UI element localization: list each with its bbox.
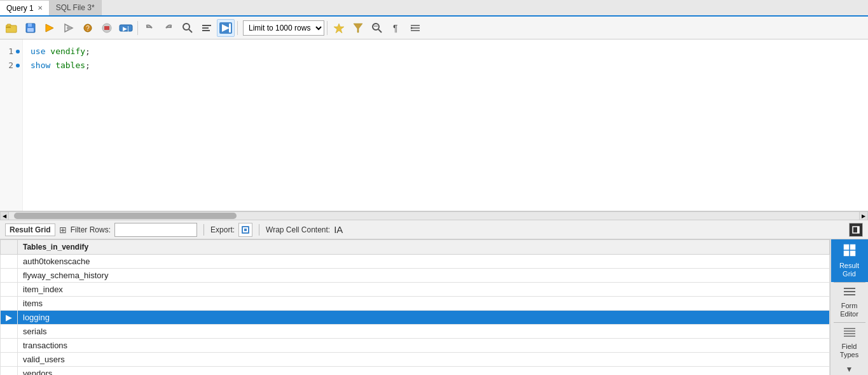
code-content[interactable]: use vendify; show tables;: [23, 39, 868, 211]
open-folder-button[interactable]: [3, 19, 20, 37]
code-line-2: show tables;: [31, 59, 860, 73]
tab-bar: Query 1 ✕ SQL File 3*: [0, 0, 868, 17]
row-indicator: [1, 367, 18, 376]
filter-rows-label: Filter Rows:: [71, 225, 111, 234]
format-button[interactable]: [198, 19, 216, 37]
wrap-cell-label: Wrap Cell Content:: [266, 225, 330, 234]
svg-text:?: ?: [86, 25, 90, 32]
svg-rect-40: [844, 244, 849, 250]
svg-rect-1: [6, 27, 11, 28]
scrollbar-thumb[interactable]: [14, 213, 237, 219]
svg-marker-12: [104, 26, 109, 30]
row-value: item_index: [18, 283, 830, 297]
svg-rect-24: [229, 24, 231, 32]
svg-rect-42: [844, 251, 849, 256]
filter-input[interactable]: [114, 223, 197, 237]
toggle-panel-button[interactable]: [849, 223, 863, 237]
sql-editor[interactable]: 1 2 use vendify; show tables;: [0, 39, 868, 211]
debug-button[interactable]: [60, 19, 78, 37]
scroll-right-arrow[interactable]: ▶: [859, 211, 868, 220]
form-editor-panel-btn[interactable]: FormEditor: [831, 283, 868, 323]
result-grid-panel-btn[interactable]: ResultGrid: [831, 239, 868, 282]
tab-sqlfile3[interactable]: SQL File 3*: [50, 0, 102, 15]
svg-rect-19: [202, 25, 211, 26]
filter-button[interactable]: [349, 19, 367, 37]
table-row[interactable]: items: [1, 297, 830, 311]
table-row[interactable]: item_index: [1, 283, 830, 297]
right-panel: ResultGrid FormEditor: [830, 239, 868, 375]
commit-button[interactable]: ▶|: [117, 19, 135, 37]
result-grid-icon: [843, 243, 857, 260]
execute-button[interactable]: [41, 19, 59, 37]
table-row[interactable]: ▶logging: [1, 311, 830, 325]
row-value: serials: [18, 325, 830, 339]
row-value: items: [18, 297, 830, 311]
line-dot-2: [16, 64, 20, 67]
result-toolbar-right: [849, 223, 863, 237]
svg-point-27: [373, 24, 379, 30]
svg-marker-26: [354, 24, 362, 32]
explain-button[interactable]: ?: [79, 19, 97, 37]
svg-rect-21: [202, 30, 210, 31]
row-value: auth0tokenscache: [18, 255, 830, 269]
form-editor-icon: [843, 286, 857, 301]
svg-text:▶|: ▶|: [123, 25, 128, 32]
tab-close-query1[interactable]: ✕: [38, 4, 43, 11]
svg-marker-25: [334, 24, 344, 33]
table-row[interactable]: vendors: [1, 367, 830, 376]
pilcrow-button[interactable]: ¶: [387, 19, 405, 37]
tab-sqlfile3-label: SQL File 3*: [56, 3, 95, 12]
table-row[interactable]: flyway_schema_history: [1, 269, 830, 283]
search-button[interactable]: [179, 19, 196, 37]
line-numbers: 1 2: [0, 39, 23, 211]
toolbar-divider-2: [237, 21, 238, 35]
row-value: valid_users: [18, 353, 830, 367]
svg-point-8: [67, 26, 71, 30]
indent-button[interactable]: [406, 19, 424, 37]
table-row[interactable]: auth0tokenscache: [1, 255, 830, 269]
row-value: vendors: [18, 367, 830, 376]
svg-rect-39: [857, 227, 859, 233]
column-header: Tables_in_vendify: [18, 240, 830, 255]
result-grid-label[interactable]: Result Grid: [5, 223, 55, 236]
bottom-area: Tables_in_vendify auth0tokenscacheflyway…: [0, 239, 868, 375]
line-dot-1: [16, 50, 20, 53]
undo-button[interactable]: [141, 19, 158, 37]
table-row[interactable]: valid_users: [1, 353, 830, 367]
scroll-left-arrow[interactable]: ◀: [0, 211, 9, 220]
table-row[interactable]: transactions: [1, 339, 830, 353]
toolbar-divider-1: [137, 21, 138, 35]
svg-line-18: [189, 29, 192, 32]
redo-button[interactable]: [160, 19, 177, 37]
row-indicator: [1, 325, 18, 339]
table-row[interactable]: serials: [1, 325, 830, 339]
svg-rect-5: [27, 28, 34, 32]
tab-query1[interactable]: Query 1 ✕: [0, 0, 50, 15]
field-types-panel-label: FieldTypes: [840, 343, 858, 359]
limit-select[interactable]: Limit to 1000 rows Don't Limit Limit to …: [243, 20, 324, 36]
bookmark-button[interactable]: [330, 19, 348, 37]
active-execute-button[interactable]: [217, 19, 235, 37]
panel-scroll-down[interactable]: ▼: [830, 363, 868, 375]
field-types-panel-btn[interactable]: FieldTypes: [831, 323, 868, 363]
horizontal-scrollbar[interactable]: ◀ ▶: [0, 211, 868, 220]
svg-rect-37: [244, 229, 247, 231]
save-button[interactable]: [22, 19, 39, 37]
svg-rect-41: [850, 244, 855, 250]
svg-marker-34: [411, 27, 413, 29]
result-toolbar: Result Grid ⊞ Filter Rows: Export: Wrap …: [0, 220, 868, 239]
wrap-icon: IA: [334, 224, 343, 235]
svg-point-17: [183, 24, 189, 30]
find-button[interactable]: [368, 19, 386, 37]
limit-select-container: Limit to 1000 rows Don't Limit Limit to …: [243, 20, 324, 36]
row-indicator: [1, 269, 18, 283]
main-toolbar: ? ▶| Limit to 1000 rows Don't Limit Limi…: [0, 17, 868, 39]
results-table: Tables_in_vendify auth0tokenscacheflyway…: [0, 239, 830, 375]
filter-rows-icon: ⊞: [59, 225, 67, 235]
result-toolbar-sep2: [259, 224, 259, 236]
code-line-1: use vendify;: [31, 45, 860, 59]
result-toolbar-sep1: [203, 224, 204, 236]
row-indicator: ▶: [1, 311, 18, 325]
export-button[interactable]: [238, 223, 252, 237]
stop-button[interactable]: [98, 19, 116, 37]
